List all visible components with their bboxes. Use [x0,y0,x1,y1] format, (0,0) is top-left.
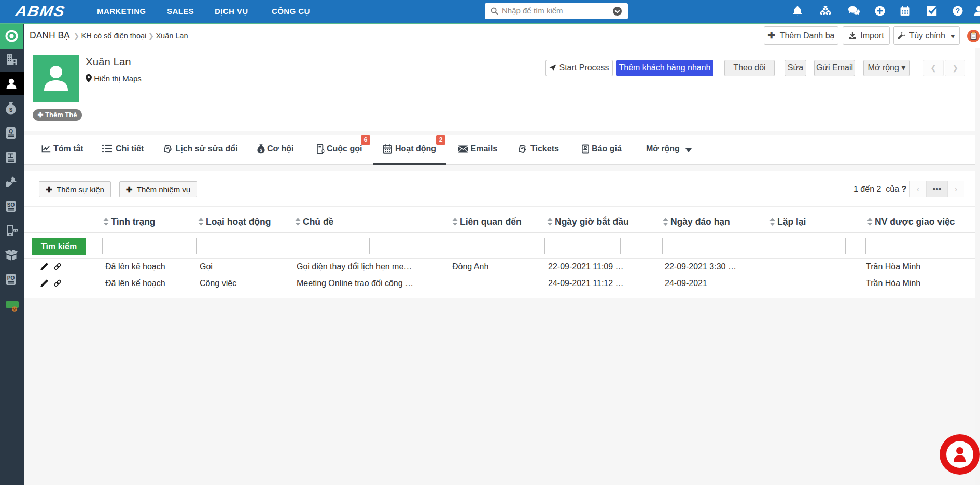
svg-text:SO: SO [7,202,15,208]
svg-text:Q: Q [9,128,13,134]
svg-text:$: $ [9,107,12,113]
svg-text:?: ? [956,7,960,15]
svg-text:PO: PO [7,275,15,281]
svg-text:$: $ [260,148,262,153]
